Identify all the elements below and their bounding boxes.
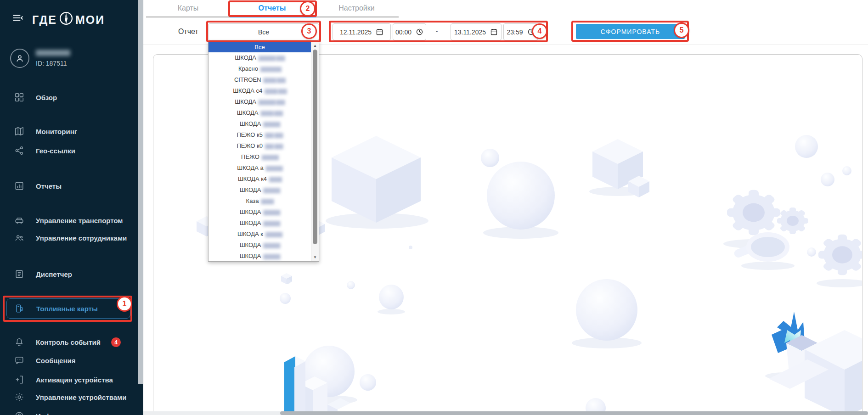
cube-shape — [332, 136, 421, 223]
dropdown-option[interactable]: Каза▆▆▆ — [209, 196, 311, 207]
dropdown-option[interactable]: ШКОДА к▆▆▆▆ — [209, 229, 311, 240]
people-icon — [14, 232, 25, 243]
fuel-pump-icon — [14, 303, 25, 314]
sphere-shapes — [237, 135, 851, 415]
annotation-badge-1: 1 — [117, 296, 132, 312]
dropdown-option[interactable]: CITROEN▆▆▆ ▆▆ — [209, 74, 311, 85]
scroll-up-icon[interactable]: ▲ — [311, 42, 319, 49]
calendar-icon[interactable] — [376, 28, 383, 36]
app-logo: ГДЕ МОИ — [32, 10, 105, 29]
sidebar-item-event-control[interactable]: Контроль событий 4 — [0, 333, 138, 351]
dropdown-option[interactable]: ШКОДА▆▆▆▆ — [209, 118, 311, 129]
active-tab-underline — [230, 16, 316, 17]
logo-text-left: ГДЕ — [32, 13, 57, 27]
car-icon — [14, 215, 25, 226]
dropdown-option[interactable]: ШКОДА▆▆▆ ▆▆ — [209, 107, 311, 118]
dropdown-scrollbar[interactable]: ▲ ▼ — [311, 41, 319, 261]
report-dropdown-options: ШКОДА▆▆▆▆ ▆▆ Красно▆▆▆▆▆ CITROEN▆▆▆ ▆▆ Ш… — [209, 52, 311, 262]
dropdown-option[interactable]: ШКОДА▆▆▆▆ — [209, 240, 311, 251]
sidebar-item-monitoring[interactable]: Мониторинг — [0, 122, 138, 140]
report-label: Отчет — [178, 28, 198, 36]
notification-count-badge: 4 — [111, 337, 121, 347]
annotation-badge-2: 2 — [300, 1, 316, 17]
user-avatar-icon[interactable] — [10, 49, 29, 68]
bell-icon — [14, 336, 25, 348]
compass-icon — [58, 10, 74, 29]
dropdown-option[interactable]: ПЕЖО к0▆▆ ▆▆ — [209, 140, 311, 151]
gear-shape — [777, 208, 808, 234]
map-icon — [14, 126, 25, 137]
gear-shape — [818, 235, 862, 275]
sidebar-item-fuel-cards[interactable]: Топливные карты — [6, 298, 130, 319]
share-icon — [14, 145, 25, 156]
sidebar-item-transport[interactable]: Управление транспортом — [0, 211, 138, 230]
gear-icon — [14, 392, 25, 403]
logo-text-right: МОИ — [75, 13, 105, 27]
horizontal-scrollbar-thumb[interactable] — [280, 411, 868, 415]
sidebar-scrollbar[interactable] — [138, 0, 143, 384]
scroll-down-icon[interactable]: ▼ — [311, 253, 319, 261]
dropdown-option[interactable]: ШКОДА▆▆▆▆ — [209, 185, 311, 196]
annotation-badge-3: 3 — [301, 23, 317, 39]
dropdown-option[interactable]: ПЕЖО▆▆▆▆ — [209, 151, 311, 163]
date-from-field[interactable]: 12.11.2025 — [333, 23, 391, 40]
dropdown-option[interactable]: ШКОДА с4▆▆▆ ▆▆ — [209, 85, 311, 96]
dropdown-option[interactable]: ШКОДА▆▆▆▆ — [209, 251, 311, 262]
tab-settings[interactable]: Настройки — [315, 0, 399, 17]
user-name-redacted: ▆▆▆▆▆▆▆ — [36, 48, 70, 56]
dropdown-option[interactable]: ШКОДА▆▆▆▆ — [209, 207, 311, 218]
app-window: ГДЕ МОИ ▆▆▆▆▆▆▆ ID: 187511 — [0, 0, 868, 415]
date-range-separator: - — [432, 28, 441, 35]
chat-icon — [14, 355, 25, 366]
dropdown-option[interactable]: ШКОДА▆▆▆▆ ▆▆ — [209, 52, 311, 63]
user-id: ID: 187511 — [36, 60, 67, 67]
clock-icon[interactable] — [416, 28, 423, 36]
sidebar-item-employees[interactable]: Управление сотрудниками — [0, 229, 138, 247]
dropdown-option[interactable]: Красно▆▆▆▆▆ — [209, 63, 311, 74]
sidebar-item-reports[interactable]: Отчеты — [0, 177, 138, 195]
menu-collapse-icon[interactable] — [12, 12, 24, 26]
question-icon — [14, 410, 25, 415]
annotation-badge-5: 5 — [674, 22, 689, 38]
gear-shape — [727, 190, 780, 236]
dropdown-option[interactable]: ШКОДА к4▆▆▆ — [209, 174, 311, 185]
sidebar-item-device-management[interactable]: Управление устройствами — [0, 388, 138, 406]
date-to-field[interactable]: 13.11.2025 — [451, 23, 502, 40]
sidebar-item-device-activation[interactable]: Активация устройства — [0, 370, 138, 389]
generate-report-button[interactable]: СФОРМИРОВАТЬ — [576, 24, 685, 39]
dropdown-option[interactable]: ШКОДА▆▆▆▆ — [209, 218, 311, 229]
dropdown-scrollbar-thumb[interactable] — [313, 50, 317, 244]
dashboard-icon — [14, 92, 25, 103]
sidebar-item-geolinks[interactable]: Гео-ссылки — [0, 141, 138, 160]
splash-box-shape — [769, 312, 862, 415]
activate-device-icon — [14, 374, 25, 385]
sidebar-item-messages[interactable]: Сообщения — [0, 351, 138, 370]
annotation-badge-4: 4 — [532, 23, 547, 39]
sidebar-item-overview[interactable]: Обзор — [0, 88, 138, 107]
calendar-icon[interactable] — [490, 28, 498, 36]
dropdown-option-selected[interactable]: Все — [209, 41, 311, 52]
dropdown-option[interactable]: ШКОДА а▆▆▆▆ — [209, 163, 311, 174]
sidebar-item-dispatcher[interactable]: Диспетчер — [0, 265, 138, 283]
dropdown-option[interactable]: ПЕЖО к5▆▆ ▆▆ — [209, 129, 311, 140]
bar-chart-icon — [14, 180, 25, 191]
sidebar: ГДЕ МОИ ▆▆▆▆▆▆▆ ID: 187511 — [0, 0, 143, 415]
tab-maps[interactable]: Карты — [146, 0, 230, 17]
report-dropdown: Все ШКОДА▆▆▆▆ ▆▆ Красно▆▆▆▆▆ CITROEN▆▆▆ … — [208, 41, 319, 262]
dropdown-option[interactable]: ШКОДА▆▆▆▆ ▆▆ — [209, 96, 311, 107]
document-icon — [14, 269, 25, 280]
time-from-field[interactable]: 00:00 — [393, 23, 426, 40]
sidebar-item-information[interactable]: Информация — [0, 407, 138, 415]
